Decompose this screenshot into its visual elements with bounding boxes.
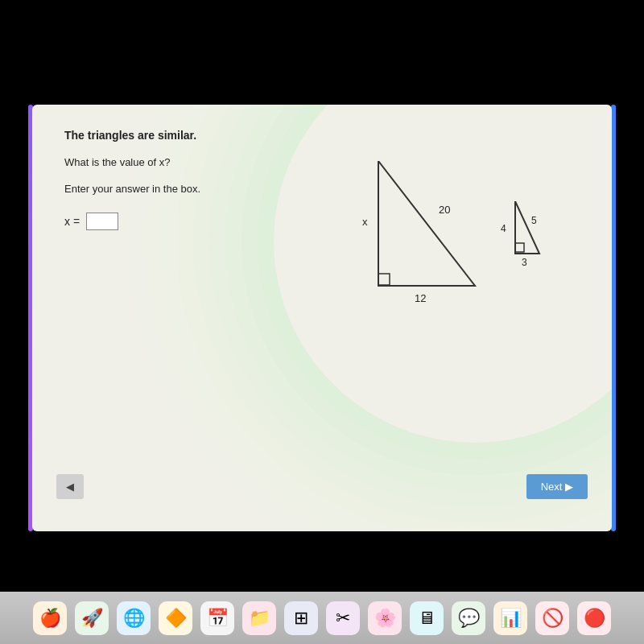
taskbar-icon-messages[interactable]: 💬 [452, 601, 485, 635]
svg-marker-5 [515, 201, 539, 254]
taskbar-icon-scissors[interactable]: ✂ [326, 601, 360, 635]
svg-text:4: 4 [501, 223, 506, 234]
svg-text:x: x [362, 216, 368, 228]
svg-rect-6 [515, 243, 524, 252]
large-triangle-svg: 20 x 12 [306, 161, 483, 322]
small-triangle-svg: 5 4 3 [491, 201, 555, 274]
content-area: The triangles are similar. What is the v… [32, 105, 612, 531]
taskbar-icon-calendar[interactable]: 📅 [200, 601, 234, 635]
taskbar-icon-facetime[interactable]: 🖥 [410, 601, 444, 635]
svg-text:3: 3 [522, 257, 527, 268]
svg-text:12: 12 [415, 292, 426, 304]
taskbar-icon-block[interactable]: 🚫 [535, 601, 569, 635]
taskbar-icon-launchpad[interactable]: 🚀 [75, 601, 109, 635]
next-button[interactable]: Next ▶ [526, 474, 588, 499]
svg-rect-1 [378, 274, 390, 285]
taskbar-icon-chrome[interactable]: 🌐 [117, 601, 151, 635]
svg-text:5: 5 [531, 215, 537, 226]
problem-title: The triangles are similar. [64, 129, 580, 142]
answer-label: x = [64, 215, 80, 228]
taskbar-icon-grid[interactable]: ⊞ [284, 601, 318, 635]
taskbar: 🍎 🚀 🌐 🔶 📅 📁 ⊞ ✂ 🌸 🖥 💬 📊 🚫 🔴 [0, 592, 644, 644]
taskbar-icon-app1[interactable]: 🔶 [159, 601, 192, 635]
triangles-area: 20 x 12 5 4 3 [306, 153, 604, 362]
svg-marker-0 [378, 161, 475, 286]
main-screen: The triangles are similar. What is the v… [32, 105, 612, 531]
back-button[interactable]: ◀ [56, 474, 84, 499]
taskbar-icon-photos[interactable]: 🌸 [368, 601, 402, 635]
taskbar-icon-finder[interactable]: 🍎 [33, 601, 67, 635]
taskbar-icon-app-store[interactable]: 🔴 [577, 601, 611, 635]
answer-input[interactable] [86, 213, 118, 230]
svg-text:20: 20 [439, 204, 450, 216]
taskbar-icon-files[interactable]: 📁 [242, 601, 276, 635]
taskbar-icon-stats[interactable]: 📊 [493, 601, 527, 635]
